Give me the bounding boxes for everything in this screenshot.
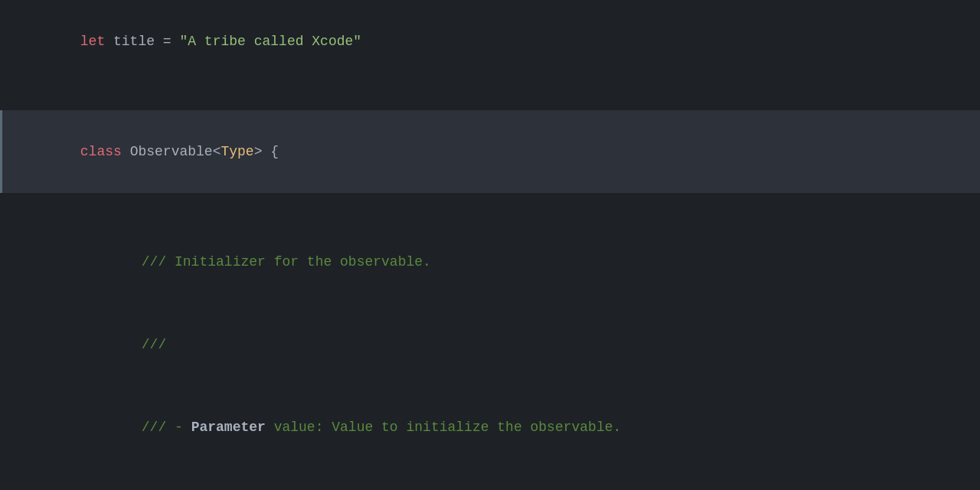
string-literal: "A tribe called Xcode" [179,34,361,49]
type-generic: Type [220,144,253,159]
doc-comment-2: /// [142,337,166,352]
keyword-let: let [80,34,105,49]
code-line-5: /// Initializer for the observable. [0,220,980,303]
code-line-7: /// - Parameter value: Value to initiali… [0,386,980,469]
doc-param-bold: Parameter [191,420,266,435]
doc-comment-3: /// - [142,420,191,435]
doc-comment-3b: value: Value to initialize the observabl… [266,420,621,435]
code-line-6: /// [0,303,980,386]
code-line-3: class Observable<Type> { [0,110,980,193]
code-line-2 [0,83,980,110]
keyword-class: class [80,144,122,159]
line-marker [0,110,2,193]
code-line-4 [0,193,980,220]
code-line-1: let title = "A tribe called Xcode" [0,0,980,83]
code-line-8: public init(_ value: Type) { [0,469,980,490]
doc-comment-1: /// Initializer for the observable. [142,254,431,270]
code-editor: let title = "A tribe called Xcode" class… [0,0,980,490]
